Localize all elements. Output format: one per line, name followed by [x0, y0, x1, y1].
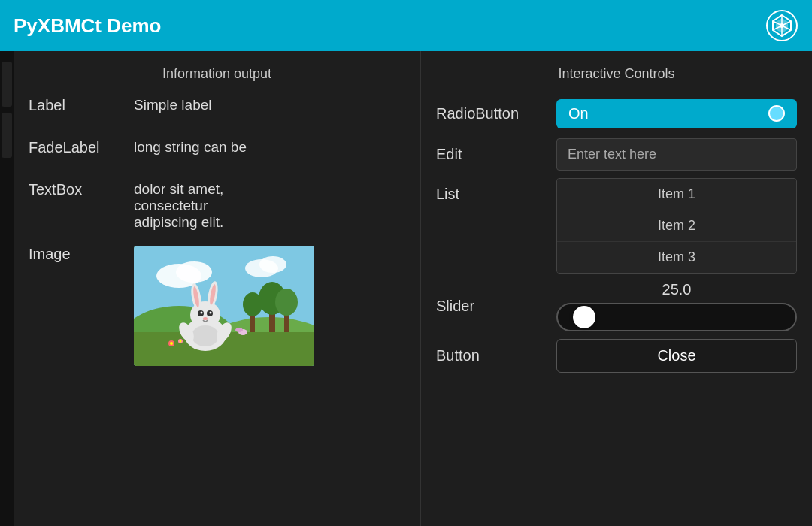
slider-widget: 25.0	[556, 281, 797, 331]
info-row-fadelabel: FadeLabel long string can be	[29, 139, 405, 166]
radio-button-control[interactable]: On	[556, 99, 797, 128]
kodi-logo-icon	[765, 9, 798, 42]
svg-point-35	[192, 325, 219, 346]
svg-point-33	[210, 312, 212, 314]
list-item-1[interactable]: Item 1	[557, 179, 796, 210]
edit-field[interactable]: Enter text here	[556, 138, 797, 171]
svg-point-43	[180, 340, 182, 343]
edit-widget[interactable]: Enter text here	[556, 138, 797, 171]
fadelabel-row-label: FadeLabel	[29, 139, 134, 156]
edit-label: Edit	[436, 146, 556, 163]
edit-row: Edit Enter text here	[436, 138, 797, 171]
list-item-2[interactable]: Item 2	[557, 210, 796, 242]
controls-panel: Interactive Controls RadioButton On Edit…	[421, 51, 812, 526]
edit-placeholder: Enter text here	[568, 147, 656, 162]
slider-value-display: 25.0	[556, 281, 797, 298]
info-row-image: Image	[29, 246, 405, 366]
scroll-indicator-2	[2, 113, 12, 158]
textbox-row-value: dolor sit amet,consecteturadipiscing eli…	[134, 181, 405, 231]
image-preview	[134, 246, 314, 366]
svg-point-32	[201, 312, 203, 314]
label-row-label: Label	[29, 97, 134, 114]
scroll-indicator-1	[2, 62, 12, 107]
panels-container: Information output Label Simple label Fa…	[14, 51, 812, 526]
list-container: Item 1 Item 2 Item 3	[556, 178, 797, 274]
info-row-textbox: TextBox dolor sit amet,consecteturadipis…	[29, 181, 405, 231]
main-content: Information output Label Simple label Fa…	[0, 51, 812, 526]
fadelabel-row-value: long string can be	[134, 139, 405, 156]
info-panel-heading: Information output	[29, 66, 405, 82]
list-item-3[interactable]: Item 3	[557, 242, 796, 273]
button-row: Button Close	[436, 339, 797, 373]
image-row-label: Image	[29, 246, 134, 263]
label-row-value: Simple label	[134, 97, 405, 113]
app-title: PyXBMCt Demo	[14, 14, 161, 38]
slider-thumb[interactable]	[573, 306, 595, 328]
info-panel: Information output Label Simple label Fa…	[14, 51, 421, 526]
close-button[interactable]: Close	[556, 339, 797, 373]
svg-point-12	[176, 261, 212, 283]
button-widget[interactable]: Close	[556, 339, 797, 373]
titlebar: PyXBMCt Demo	[0, 0, 812, 51]
list-label: List	[436, 178, 556, 203]
textbox-row-label: TextBox	[29, 181, 134, 198]
svg-point-34	[203, 317, 208, 320]
bunny-scene-svg	[134, 246, 314, 366]
list-widget: Item 1 Item 2 Item 3	[556, 178, 797, 274]
slider-track[interactable]	[556, 303, 797, 331]
svg-point-23	[243, 292, 262, 316]
radio-button-value: On	[568, 105, 589, 122]
svg-point-41	[170, 342, 173, 345]
button-label: Button	[436, 347, 556, 364]
svg-point-39	[235, 328, 243, 332]
svg-point-14	[259, 256, 286, 273]
left-strip	[0, 51, 14, 526]
svg-point-21	[275, 289, 298, 316]
svg-point-9	[780, 23, 784, 28]
list-row: List Item 1 Item 2 Item 3	[436, 178, 797, 274]
radio-button-widget[interactable]: On	[556, 99, 797, 128]
slider-label: Slider	[436, 298, 556, 315]
slider-row: Slider 25.0	[436, 281, 797, 331]
controls-panel-heading: Interactive Controls	[436, 66, 797, 82]
info-row-label: Label Simple label	[29, 97, 405, 124]
radio-button-row: RadioButton On	[436, 97, 797, 130]
radio-dot-icon	[768, 105, 785, 122]
radio-button-label: RadioButton	[436, 105, 556, 122]
